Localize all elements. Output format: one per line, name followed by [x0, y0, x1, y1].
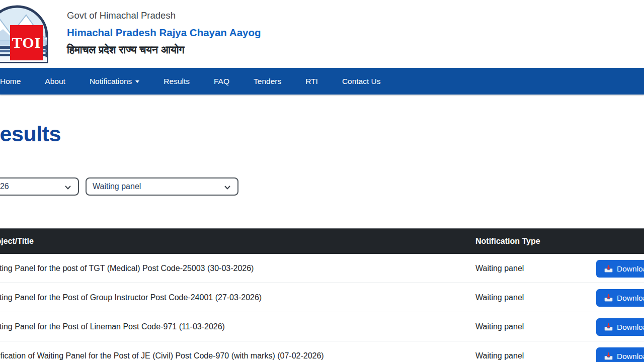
row-subject: Waiting Panel for the Post of Lineman Po…: [0, 322, 225, 331]
table-header-row: Subject/Title Notification Type: [0, 228, 644, 254]
column-header-notification-type: Notification Type: [475, 237, 540, 246]
row-notification-type: Waiting panel: [475, 293, 524, 302]
row-notification-type: Waiting panel: [475, 322, 524, 331]
download-icon: [604, 352, 613, 360]
column-header-subject: Subject/Title: [0, 237, 34, 246]
download-icon: [604, 294, 613, 302]
toi-watermark: TOI: [10, 25, 43, 60]
download-button[interactable]: Download: [596, 318, 644, 336]
page-title: Results: [0, 122, 61, 146]
caret-down-icon: [135, 80, 139, 83]
download-icon: [604, 323, 613, 331]
toi-watermark-label: TOI: [12, 34, 41, 51]
nav-item-results[interactable]: Results: [164, 77, 190, 86]
org-name-english: Himachal Pradesh Rajya Chayan Aayog: [67, 27, 261, 39]
chevron-down-icon: [224, 184, 231, 191]
table-row: Waiting Panel for the post of TGT (Medic…: [0, 254, 644, 283]
page: TOI Govt of Himachal Pradesh Himachal Pr…: [0, 0, 644, 362]
row-notification-type: Waiting panel: [475, 264, 524, 273]
nav-item-rti[interactable]: RTI: [305, 77, 318, 86]
table-row: Waiting Panel for the Post of Lineman Po…: [0, 312, 644, 341]
nav-item-faq[interactable]: FAQ: [214, 77, 229, 86]
nav-item-tenders[interactable]: Tenders: [254, 77, 281, 86]
row-subject: Notification of Waiting Panel for the Po…: [0, 351, 324, 360]
download-icon: [604, 264, 613, 273]
table-row: Waiting Panel for the Post of Group Inst…: [0, 283, 644, 312]
download-button[interactable]: Download: [596, 347, 644, 362]
nav-item-notifications[interactable]: Notifications: [90, 77, 139, 86]
nav-item-contact-us[interactable]: Contact Us: [342, 77, 381, 86]
row-subject: Waiting Panel for the Post of Group Inst…: [0, 293, 262, 302]
row-notification-type: Waiting panel: [475, 351, 524, 360]
chevron-down-icon: [64, 184, 71, 191]
main-nav: Home About Notifications Results FAQ Ten…: [0, 68, 644, 95]
notification-type-select[interactable]: Waiting panel: [86, 177, 238, 196]
nav-item-about[interactable]: About: [45, 77, 65, 86]
year-select[interactable]: 2025-26: [0, 177, 79, 196]
results-table: Subject/Title Notification Type Waiting …: [0, 228, 644, 362]
table-row: Notification of Waiting Panel for the Po…: [0, 341, 644, 362]
download-button[interactable]: Download: [596, 289, 644, 307]
nav-item-home[interactable]: Home: [0, 77, 21, 86]
download-button[interactable]: Download: [596, 260, 644, 278]
site-header: Govt of Himachal Pradesh Himachal Prades…: [67, 10, 261, 56]
year-select-value: 2025-26: [0, 182, 9, 191]
org-name-hindi: हिमाचल प्रदेश राज्य चयन आयोग: [67, 44, 261, 56]
notification-type-select-value: Waiting panel: [93, 182, 141, 191]
row-subject: Waiting Panel for the post of TGT (Medic…: [0, 264, 254, 273]
govt-line: Govt of Himachal Pradesh: [67, 10, 261, 21]
